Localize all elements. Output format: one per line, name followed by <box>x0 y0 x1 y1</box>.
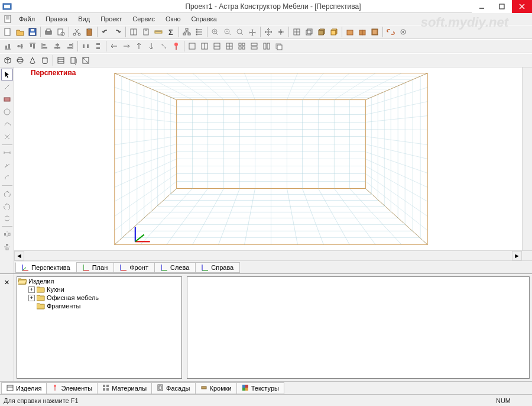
bottom-tab-edges[interactable]: Кромки <box>195 382 237 394</box>
bottom-tab-textures[interactable]: Текстуры <box>236 382 284 394</box>
cross-tool-icon[interactable] <box>1 131 13 143</box>
sphere-icon[interactable] <box>14 54 26 66</box>
mirror-v-icon[interactable] <box>1 241 13 253</box>
ruler-icon[interactable] <box>153 26 164 38</box>
view-tab-left[interactable]: Слева <box>154 262 196 273</box>
hierarchy-icon[interactable] <box>181 26 193 38</box>
scroll-left-icon[interactable]: ◄ <box>14 251 24 260</box>
curve-tool-icon[interactable] <box>1 118 13 130</box>
layout-icon-2[interactable] <box>199 40 210 52</box>
panel-close-icon[interactable]: ✕ <box>1 276 13 288</box>
rotate-icon[interactable] <box>275 26 287 38</box>
layout-icon-7[interactable] <box>261 40 273 52</box>
move-icon[interactable] <box>262 26 274 38</box>
door-open-icon[interactable] <box>67 54 79 66</box>
tree-item[interactable]: Фрагменты <box>17 302 181 310</box>
refresh-icon[interactable] <box>1 212 13 224</box>
dim-horiz-icon[interactable] <box>1 147 13 159</box>
furniture-icon-1[interactable] <box>344 26 356 38</box>
tree-item[interactable]: + Офисная мебель <box>17 294 181 302</box>
paste-icon[interactable] <box>83 26 95 38</box>
link-icon[interactable] <box>385 26 397 38</box>
tree-root[interactable]: Изделия <box>17 277 181 285</box>
dist-icon-1[interactable] <box>80 40 92 52</box>
furniture-icon-2[interactable] <box>356 26 368 38</box>
cylinder-icon[interactable] <box>39 54 51 66</box>
menu-doc-icon[interactable] <box>2 14 13 24</box>
rotate-right-icon[interactable] <box>1 200 13 212</box>
view-tab-plan[interactable]: План <box>76 262 115 273</box>
menu-edit[interactable]: Правка <box>41 14 72 24</box>
zoom-out-icon[interactable] <box>222 26 233 38</box>
view-tab-perspective[interactable]: Перспектива <box>15 262 77 273</box>
line-tool-icon[interactable] <box>1 81 13 93</box>
rotate-left-icon[interactable] <box>1 188 13 199</box>
pan-icon[interactable] <box>246 26 258 38</box>
layout-icon-6[interactable] <box>248 40 260 52</box>
tree-panel[interactable]: Изделия + Кухни + Офисная мебель Фрагмен… <box>17 276 182 379</box>
layout-icon-3[interactable] <box>211 40 223 52</box>
close-button[interactable] <box>512 0 532 13</box>
scroll-right-icon[interactable]: ► <box>512 251 522 260</box>
menu-file[interactable]: Файл <box>14 14 40 24</box>
pin-icon[interactable] <box>170 40 182 52</box>
door-close-icon[interactable] <box>80 54 92 66</box>
cube-icon[interactable] <box>2 54 14 66</box>
expand-icon[interactable]: + <box>28 295 35 301</box>
menu-help[interactable]: Справка <box>187 14 222 24</box>
arrow-up-icon[interactable] <box>133 40 145 52</box>
view-tab-front[interactable]: Фронт <box>113 262 155 273</box>
rect-tool-icon[interactable] <box>1 94 13 105</box>
vertical-scrollbar[interactable] <box>522 67 532 250</box>
print-preview-icon[interactable] <box>55 26 67 38</box>
viewport-3d[interactable] <box>14 67 522 250</box>
grid-icon[interactable] <box>291 26 303 38</box>
redo-icon[interactable] <box>112 26 124 38</box>
tree-item[interactable]: + Кухни <box>17 285 181 294</box>
arrow-left-icon[interactable] <box>108 40 120 52</box>
sum-icon[interactable]: Σ <box>165 26 177 38</box>
dist-icon-2[interactable] <box>92 40 104 52</box>
menu-project[interactable]: Проект <box>96 14 126 24</box>
tool-icon-1[interactable] <box>128 26 140 38</box>
box-wire-icon[interactable] <box>303 26 315 38</box>
layout-icon-8[interactable] <box>273 40 285 52</box>
dim-angle-icon[interactable] <box>1 159 13 171</box>
shelves-icon[interactable] <box>55 54 67 66</box>
tree-icon[interactable] <box>193 26 205 38</box>
dim-arc-icon[interactable] <box>1 172 13 183</box>
zoom-in-icon[interactable] <box>209 26 221 38</box>
arrow-down-icon[interactable] <box>145 40 157 52</box>
print-icon[interactable] <box>43 26 54 38</box>
open-file-icon[interactable] <box>14 26 26 38</box>
menu-service[interactable]: Сервис <box>128 14 160 24</box>
pointer-icon[interactable] <box>1 69 13 80</box>
align-icon-6[interactable] <box>64 40 76 52</box>
layout-icon-4[interactable] <box>223 40 235 52</box>
align-icon-1[interactable] <box>2 40 14 52</box>
bottom-tab-elements[interactable]: Элементы <box>46 382 98 394</box>
mirror-h-icon[interactable] <box>1 228 13 240</box>
menu-window[interactable]: Окно <box>161 14 186 24</box>
bottom-tab-products[interactable]: Изделия <box>1 382 47 394</box>
view-tab-right[interactable]: Справа <box>195 262 240 273</box>
menu-view[interactable]: Вид <box>73 14 95 24</box>
layout-icon-1[interactable] <box>186 40 198 52</box>
minimize-button[interactable] <box>472 0 492 13</box>
cut-icon[interactable] <box>71 26 83 38</box>
align-icon-3[interactable] <box>27 40 38 52</box>
furniture-icon-3[interactable] <box>369 26 381 38</box>
tool-icon-2[interactable] <box>140 26 152 38</box>
align-icon-5[interactable] <box>51 40 63 52</box>
expand-icon[interactable]: + <box>28 286 35 293</box>
box-shade-icon[interactable] <box>328 26 340 38</box>
maximize-button[interactable] <box>492 0 512 13</box>
cone-icon[interactable] <box>27 54 38 66</box>
arrow-right-icon[interactable] <box>121 40 132 52</box>
circle-tool-icon[interactable] <box>1 106 13 118</box>
new-file-icon[interactable] <box>2 26 14 38</box>
bottom-tab-facades[interactable]: Фасады <box>151 382 195 394</box>
zoom-fit-icon[interactable] <box>234 26 246 38</box>
box-solid-icon[interactable] <box>316 26 327 38</box>
arrow-back-icon[interactable] <box>158 40 170 52</box>
